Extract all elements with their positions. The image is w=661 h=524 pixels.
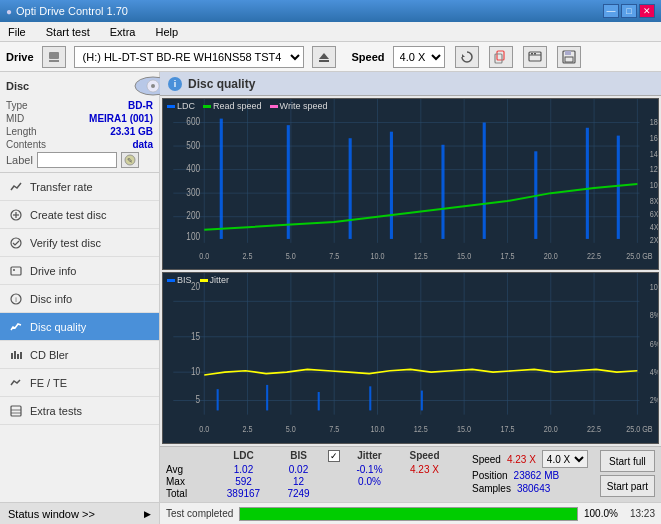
svg-rect-58: [287, 125, 290, 239]
svg-text:i: i: [15, 296, 17, 303]
nav-disc-quality[interactable]: Disc quality: [0, 313, 159, 341]
disc-label-input[interactable]: [37, 152, 117, 168]
stats-top-row: LDC BIS ✓ Jitter Speed Avg 1.02 0.02 -0.…: [166, 450, 655, 499]
nav-extra-tests[interactable]: Extra tests: [0, 397, 159, 425]
svg-text:5.0: 5.0: [286, 251, 296, 261]
svg-text:600: 600: [186, 115, 200, 127]
svg-text:4X: 4X: [650, 222, 658, 232]
svg-rect-61: [441, 145, 444, 239]
svg-text:6X: 6X: [650, 209, 658, 219]
nav-fe-te[interactable]: FE / TE: [0, 369, 159, 397]
disc-length-val: 23.31 GB: [110, 126, 153, 137]
svg-text:10: 10: [191, 365, 201, 378]
stats-avg-row: Avg 1.02 0.02 -0.1% 4.23 X: [166, 464, 452, 475]
disc-panel: Disc Type BD-R MID MEIRA1 (001) Length: [0, 72, 159, 173]
speed-row-select[interactable]: 4.0 X: [542, 450, 588, 468]
speed-row-label: Speed: [472, 454, 501, 465]
drive-icon: [42, 46, 66, 68]
start-part-button[interactable]: Start part: [600, 475, 655, 497]
stats-right: Speed 4.23 X 4.0 X Position 23862 MB Sam…: [472, 450, 588, 494]
drive-label: Drive: [6, 51, 34, 63]
disc-info-icon: i: [8, 291, 24, 307]
svg-text:10.0: 10.0: [370, 251, 384, 261]
svg-text:15.0: 15.0: [457, 251, 471, 261]
nav-cd-bler[interactable]: CD Bler: [0, 341, 159, 369]
charts-area: LDC Read speed Write speed: [160, 96, 661, 446]
verify-test-disc-icon: [8, 235, 24, 251]
position-label: Position: [472, 470, 508, 481]
disc-mid-val: MEIRA1 (001): [89, 113, 153, 124]
eject-button[interactable]: [312, 46, 336, 68]
speed-select[interactable]: 4.0 X: [393, 46, 445, 68]
svg-rect-13: [565, 57, 573, 62]
samples-row: Samples 380643: [472, 483, 588, 494]
svg-text:5: 5: [196, 393, 201, 406]
disc-image-icon: [133, 76, 153, 96]
maximize-button[interactable]: □: [621, 4, 637, 18]
app-title: Opti Drive Control 1.70: [16, 5, 128, 17]
menu-file[interactable]: File: [4, 24, 30, 40]
svg-rect-34: [163, 99, 658, 269]
stats-total-ldc: 389167: [216, 488, 271, 499]
chart1-svg: 600 500 400 300 200 100: [163, 99, 658, 269]
svg-text:100: 100: [186, 230, 200, 242]
nav-verify-test-disc[interactable]: Verify test disc: [0, 229, 159, 257]
svg-text:✎: ✎: [127, 157, 133, 164]
refresh-button[interactable]: [455, 46, 479, 68]
speed-row: Speed 4.23 X 4.0 X: [472, 450, 588, 468]
title-bar-controls: — □ ✕: [603, 4, 655, 18]
stats-avg-speed: 4.23 X: [397, 464, 452, 475]
minimize-button[interactable]: —: [603, 4, 619, 18]
menu-extra[interactable]: Extra: [106, 24, 140, 40]
copy-button[interactable]: [489, 46, 513, 68]
jitter-checkbox[interactable]: ✓: [328, 450, 340, 462]
extra-tests-icon: [8, 403, 24, 419]
disc-section-label: Disc: [6, 80, 29, 92]
svg-rect-115: [421, 391, 423, 411]
svg-rect-57: [220, 119, 223, 239]
menu-start-test[interactable]: Start test: [42, 24, 94, 40]
drive-bar: Drive (H:) HL-DT-ST BD-RE WH16NS58 TST4 …: [0, 42, 661, 72]
svg-text:14X: 14X: [650, 149, 658, 159]
svg-point-22: [11, 238, 21, 248]
fe-te-icon: [8, 375, 24, 391]
svg-rect-62: [483, 123, 486, 239]
nav-drive-info[interactable]: Drive info: [0, 257, 159, 285]
nav-disc-info[interactable]: i Disc info: [0, 285, 159, 313]
drive-info-icon: [8, 263, 24, 279]
start-full-button[interactable]: Start full: [600, 450, 655, 472]
svg-text:6%: 6%: [650, 338, 658, 349]
svg-text:4%: 4%: [650, 366, 658, 377]
nav-create-test-disc[interactable]: Create test disc: [0, 201, 159, 229]
disc-header: Disc: [6, 76, 153, 96]
stats-max-ldc: 592: [216, 476, 271, 487]
disc-label-edit-button[interactable]: ✎: [121, 152, 139, 168]
disc-type-val: BD-R: [128, 100, 153, 111]
disc-mid-row: MID MEIRA1 (001): [6, 113, 153, 124]
settings-button[interactable]: [523, 46, 547, 68]
drive-select[interactable]: (H:) HL-DT-ST BD-RE WH16NS58 TST4: [74, 46, 304, 68]
stats-total-label: Total: [166, 488, 216, 499]
svg-rect-23: [11, 267, 21, 275]
svg-text:7.5: 7.5: [329, 251, 339, 261]
status-text: Test completed: [166, 508, 233, 519]
sidebar: Disc Type BD-R MID MEIRA1 (001) Length: [0, 72, 160, 524]
svg-text:20.0: 20.0: [544, 251, 558, 261]
save-button[interactable]: [557, 46, 581, 68]
legend-write-speed: Write speed: [270, 101, 328, 111]
svg-text:10.0: 10.0: [370, 423, 384, 434]
disc-type-row: Type BD-R: [6, 100, 153, 111]
svg-rect-12: [565, 51, 571, 55]
svg-rect-0: [49, 52, 59, 59]
status-window-button[interactable]: Status window >> ▶: [0, 502, 159, 524]
svg-rect-64: [586, 128, 589, 239]
menu-help[interactable]: Help: [151, 24, 182, 40]
svg-rect-1: [49, 60, 59, 62]
svg-rect-29: [17, 354, 19, 359]
svg-text:2X: 2X: [650, 235, 658, 245]
svg-marker-2: [319, 53, 329, 59]
close-button[interactable]: ✕: [639, 4, 655, 18]
svg-rect-27: [11, 353, 13, 359]
nav-transfer-rate[interactable]: Transfer rate: [0, 173, 159, 201]
svg-marker-4: [462, 54, 465, 57]
